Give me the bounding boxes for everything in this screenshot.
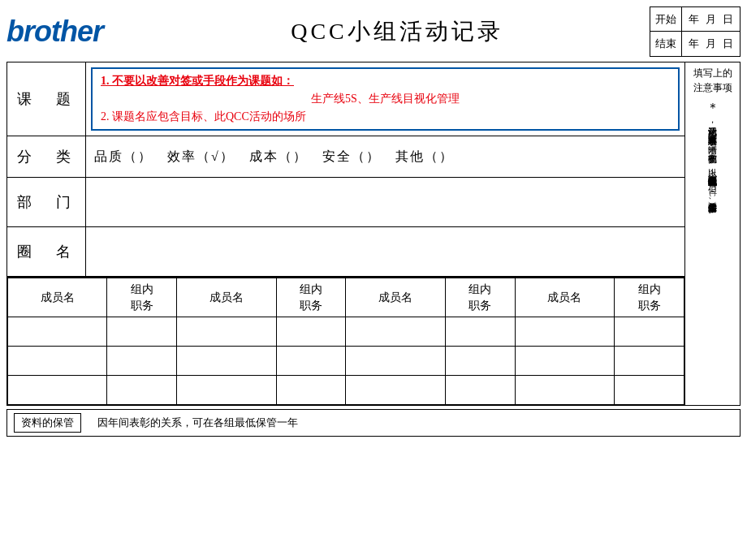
circle-row: 圈 名 (7, 227, 684, 277)
role2-row1 (276, 317, 346, 347)
role4-row3 (615, 376, 684, 405)
member3-row1 (346, 317, 445, 347)
col-role1: 组内 职务 (107, 278, 177, 317)
role1-row2 (107, 347, 177, 376)
role2-row3 (276, 376, 346, 405)
date-start-fields: 年 月 日 (682, 11, 740, 28)
role1-row3 (107, 376, 177, 405)
members-data-row-2 (8, 347, 684, 376)
circle-label: 圈 名 (7, 227, 86, 276)
date-end-label: 结束 (650, 32, 682, 56)
member4-row3 (515, 376, 614, 405)
member3-row2 (346, 347, 445, 376)
main-area: 课 题 1. 不要以改善对签或手段作为课题如： 生产线5S、生产线目视化管理 2… (6, 62, 741, 406)
member1-row3 (8, 376, 107, 405)
sidebar-title: 填写上的 注意事项 (693, 66, 732, 95)
role3-row3 (445, 376, 515, 405)
members-header-row: 成员名 组内 职务 成员名 组内 职务 成员名 组内 职务 成员名 组内 职务 (8, 278, 684, 317)
col-member2: 成员名 (177, 278, 276, 317)
members-table: 成员名 组内 职务 成员名 组内 职务 成员名 组内 职务 成员名 组内 职务 (7, 278, 684, 405)
notice-line2: 生产线5S、生产线目视化管理 (101, 92, 670, 106)
role4-row2 (615, 347, 684, 376)
members-section: 成员名 组内 职务 成员名 组内 职务 成员名 组内 职务 成员名 组内 职务 (7, 277, 684, 405)
left-content: 课 题 1. 不要以改善对签或手段作为课题如： 生产线5S、生产线目视化管理 2… (6, 62, 685, 406)
logo: brother (6, 15, 153, 49)
topic-label: 课 题 (7, 62, 86, 136)
footer-label: 资料的保管 (14, 413, 81, 433)
department-label: 部 门 (7, 178, 86, 226)
footer: 资料的保管 因年间表彰的关系，可在各组最低保管一年 (6, 409, 741, 437)
member1-row2 (8, 347, 107, 376)
notice-line1: 1. 不要以改善对签或手段作为课题如： (101, 74, 670, 88)
col-member1: 成员名 (8, 278, 107, 317)
member3-row3 (346, 376, 445, 405)
right-sidebar: 填写上的 注意事项 ＊ 此活动记录，可手工填写（要求字迹工整、清晰、字的长宽在1… (685, 62, 741, 406)
header: brother QCC小组活动记录 开始 年 月 日 结束 年 月 日 (6, 6, 741, 57)
role2-row2 (276, 347, 346, 376)
member4-row1 (515, 317, 614, 347)
col-role4: 组内 职务 (615, 278, 684, 317)
member1-row1 (8, 317, 107, 347)
page-title: QCC小组活动记录 (153, 16, 641, 47)
footer-text: 因年间表彰的关系，可在各组最低保管一年 (97, 416, 298, 430)
category-row: 分 类 品质（） 效率（√） 成本（） 安全（） 其他（） (7, 136, 684, 178)
topic-content: 1. 不要以改善对签或手段作为课题如： 生产线5S、生产线目视化管理 2. 课题… (86, 62, 684, 136)
role3-row1 (445, 317, 515, 347)
date-end-row: 结束 年 月 日 (650, 32, 740, 56)
sidebar-body: 此活动记录，可手工填写（要求字迹工整、清晰、字的长宽在1㎝以上、也可使用电脑来记… (706, 120, 718, 402)
circle-content (86, 227, 684, 276)
member4-row2 (515, 347, 614, 376)
category-content: 品质（） 效率（√） 成本（） 安全（） 其他（） (86, 136, 462, 177)
notice-line3: 2. 课题名应包含目标、此QCC活动的场所 (101, 110, 670, 124)
members-data-row-1 (8, 317, 684, 347)
sidebar-body-area: ＊ 此活动记录，可手工填写（要求字迹工整、清晰、字的长宽在1㎝以上、也可使用电脑… (687, 100, 738, 402)
role4-row1 (615, 317, 684, 347)
department-content (86, 178, 684, 226)
col-role2: 组内 职务 (276, 278, 346, 317)
col-member4: 成员名 (515, 278, 614, 317)
role3-row2 (445, 347, 515, 376)
date-start-row: 开始 年 月 日 (650, 7, 740, 32)
member2-row1 (177, 317, 276, 347)
date-end-fields: 年 月 日 (682, 35, 740, 53)
date-box: 开始 年 月 日 结束 年 月 日 (650, 6, 741, 57)
col-role3: 组内 职务 (445, 278, 515, 317)
date-start-label: 开始 (650, 7, 682, 31)
col-member3: 成员名 (346, 278, 445, 317)
department-row: 部 门 (7, 178, 684, 227)
members-data-row-3 (8, 376, 684, 405)
page: brother QCC小组活动记录 开始 年 月 日 结束 年 月 日 (0, 0, 747, 560)
category-label: 分 类 (7, 136, 86, 177)
member2-row2 (177, 347, 276, 376)
role1-row1 (107, 317, 177, 347)
notice-box: 1. 不要以改善对签或手段作为课题如： 生产线5S、生产线目视化管理 2. 课题… (91, 67, 680, 131)
member2-row3 (177, 376, 276, 405)
sidebar-star: ＊ (706, 100, 719, 117)
topic-row: 课 题 1. 不要以改善对签或手段作为课题如： 生产线5S、生产线目视化管理 2… (7, 62, 684, 136)
